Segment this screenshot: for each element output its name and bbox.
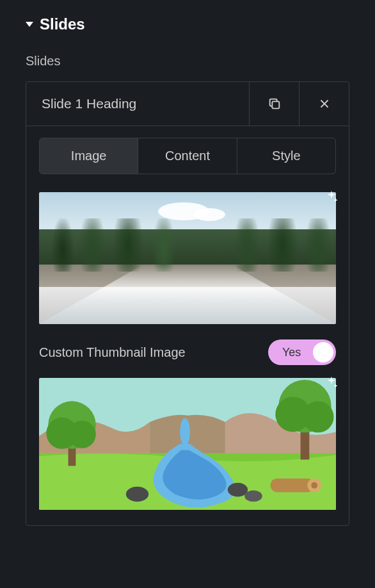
sparkle-icon[interactable] bbox=[324, 190, 339, 206]
close-icon bbox=[317, 97, 331, 111]
svg-point-13 bbox=[303, 401, 334, 432]
svg-point-16 bbox=[311, 482, 317, 489]
toggle-knob bbox=[313, 342, 333, 363]
svg-point-18 bbox=[228, 483, 248, 497]
tab-content[interactable]: Content bbox=[138, 138, 237, 174]
svg-point-9 bbox=[68, 421, 96, 448]
sparkle-icon[interactable] bbox=[324, 375, 339, 392]
duplicate-button[interactable] bbox=[249, 82, 299, 126]
svg-rect-0 bbox=[272, 101, 279, 108]
section-title: Slides bbox=[40, 15, 85, 33]
svg-point-19 bbox=[244, 491, 262, 502]
toggle-value: Yes bbox=[282, 346, 301, 359]
custom-thumbnail-label: Custom Thumbnail Image bbox=[39, 345, 186, 360]
main-image[interactable] bbox=[39, 192, 336, 324]
remove-button[interactable] bbox=[299, 82, 349, 126]
card-header bbox=[26, 82, 349, 126]
tabs: Image Content Style bbox=[26, 126, 349, 183]
custom-thumbnail-toggle[interactable]: Yes bbox=[268, 339, 336, 365]
subsection-label: Slides bbox=[26, 54, 349, 69]
copy-icon bbox=[267, 97, 282, 111]
chevron-down-icon bbox=[26, 22, 33, 27]
tab-style[interactable]: Style bbox=[237, 138, 336, 174]
svg-point-17 bbox=[126, 487, 148, 502]
section-header[interactable]: Slides bbox=[26, 15, 349, 33]
slide-card: Image Content Style Custom Thumbnail Ima… bbox=[26, 81, 349, 526]
thumbnail-image-wrap bbox=[39, 378, 336, 510]
slide-heading-input[interactable] bbox=[26, 82, 249, 126]
cartoon-river-image bbox=[39, 378, 336, 510]
forest-river-image bbox=[39, 192, 336, 324]
tab-image[interactable]: Image bbox=[39, 138, 138, 174]
card-body: Custom Thumbnail Image Yes bbox=[26, 183, 349, 525]
main-image-wrap bbox=[39, 192, 336, 324]
svg-point-5 bbox=[180, 418, 190, 446]
custom-thumbnail-row: Custom Thumbnail Image Yes bbox=[39, 339, 336, 365]
thumbnail-image[interactable] bbox=[39, 378, 336, 510]
